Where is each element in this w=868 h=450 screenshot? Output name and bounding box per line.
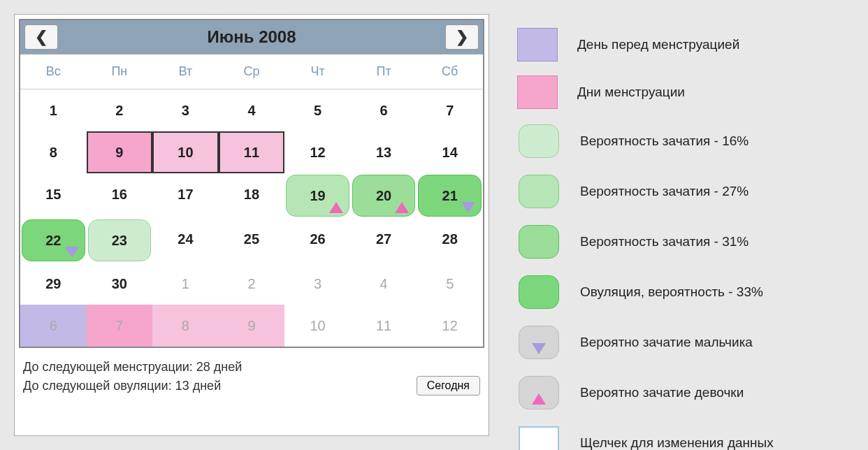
calendar-day[interactable]: 6: [351, 89, 417, 131]
day-number: 2: [247, 276, 255, 292]
legend-label: Вероятность зачатия - 31%: [580, 234, 748, 249]
calendar-day[interactable]: 3: [284, 263, 351, 305]
day-number: 10: [310, 318, 325, 334]
legend-row: День перед менструацией: [517, 28, 774, 61]
calendar-day[interactable]: 12: [417, 305, 483, 347]
legend-swatch: [519, 124, 559, 158]
day-number: 6: [50, 318, 57, 334]
calendar-day[interactable]: 10: [284, 305, 351, 347]
day-number: 8: [182, 318, 189, 334]
legend-row: Вероятность зачатия - 27%: [517, 173, 774, 210]
calendar-day[interactable]: 20: [352, 175, 416, 217]
calendar-day[interactable]: 5: [284, 89, 351, 131]
calendar-day[interactable]: 8: [152, 305, 219, 347]
calendar-day[interactable]: 7: [417, 89, 483, 131]
calendar-day[interactable]: 18: [219, 173, 285, 215]
day-number: 12: [310, 145, 325, 161]
boy-marker-icon: [461, 202, 475, 213]
calendar-day[interactable]: 24: [152, 218, 219, 260]
month-title: Июнь 2008: [207, 27, 296, 47]
day-number: 6: [380, 103, 388, 119]
calendar-day[interactable]: 30: [87, 263, 153, 305]
footer-info: До следующей менструации: 28 дней До сле…: [23, 358, 242, 395]
calendar-day[interactable]: 7: [87, 305, 153, 347]
calendar-day[interactable]: 6: [20, 305, 87, 347]
calendar-day[interactable]: 8: [20, 131, 87, 173]
calendar-day[interactable]: 1: [20, 89, 87, 131]
calendar-day[interactable]: 21: [418, 175, 482, 217]
girl-marker-icon: [329, 202, 343, 213]
day-number: 10: [178, 145, 193, 161]
next-month-button[interactable]: ❯: [445, 24, 479, 50]
legend-swatch: [519, 326, 559, 359]
day-number: 23: [112, 233, 127, 249]
legend-label: Овуляция, вероятность - 33%: [580, 284, 763, 300]
legend-swatch: [519, 175, 559, 208]
day-number: 7: [115, 318, 123, 334]
calendar-day[interactable]: 15: [20, 173, 87, 215]
next-ovulation-label: До следующей овуляции: 13 дней: [23, 377, 242, 395]
legend-row: Вероятно зачатие мальчика: [517, 324, 774, 361]
calendar-day[interactable]: 2: [219, 263, 285, 305]
calendar-header: ❮ Июнь 2008 ❯: [20, 20, 483, 55]
prev-month-button[interactable]: ❮: [24, 24, 58, 50]
day-number: 9: [115, 145, 123, 161]
day-number: 18: [244, 187, 259, 203]
day-number: 5: [314, 103, 321, 119]
legend-row: Дни менструации: [517, 75, 774, 109]
calendar-day[interactable]: 3: [152, 89, 219, 131]
day-number: 21: [442, 188, 458, 204]
calendar-day[interactable]: 19: [286, 175, 349, 217]
calendar-day[interactable]: 17: [152, 173, 219, 215]
legend-swatch: [519, 426, 559, 450]
legend-row: Вероятность зачатия - 31%: [517, 224, 774, 260]
day-number: 5: [446, 276, 454, 292]
legend-label: Дни менструации: [577, 85, 685, 100]
calendar-day[interactable]: 27: [351, 218, 417, 260]
legend-label: Щелчек для изменения данных: [580, 435, 774, 450]
day-number: 16: [112, 187, 127, 203]
calendar-grid: 1234567891011121314151617181920212223242…: [20, 89, 483, 347]
girl-marker-icon: [532, 393, 546, 405]
legend-row: Овуляция, вероятность - 33%: [517, 274, 774, 310]
calendar-day[interactable]: 1: [152, 263, 219, 305]
today-button[interactable]: Сегодня: [417, 376, 480, 395]
calendar-day[interactable]: 9: [219, 305, 285, 347]
day-number: 29: [45, 276, 61, 292]
calendar-day[interactable]: 23: [88, 219, 152, 261]
next-menstruation-label: До следующей менструации: 28 дней: [23, 358, 242, 377]
day-number: 14: [442, 145, 458, 161]
calendar-day[interactable]: 2: [87, 89, 153, 131]
legend-row: Щелчек для изменения данных: [517, 425, 774, 450]
calendar-day[interactable]: 5: [417, 263, 483, 305]
calendar-day[interactable]: 26: [284, 218, 351, 260]
calendar-day[interactable]: 11: [219, 131, 285, 173]
weekday-label: Пт: [351, 55, 417, 89]
calendar-day[interactable]: 16: [87, 173, 153, 215]
calendar-day[interactable]: 4: [351, 263, 417, 305]
boy-marker-icon: [532, 343, 546, 354]
calendar-panel: ❮ Июнь 2008 ❯ ВсПнВтСрЧтПтСб 12345678910…: [14, 14, 489, 436]
day-number: 26: [310, 231, 325, 247]
day-number: 4: [380, 276, 388, 292]
day-number: 27: [376, 231, 391, 247]
girl-marker-icon: [395, 202, 409, 213]
calendar-day[interactable]: 9: [87, 131, 153, 173]
legend-swatch: [519, 275, 559, 309]
calendar-day[interactable]: 4: [219, 89, 285, 131]
calendar-day[interactable]: 10: [152, 131, 219, 173]
chevron-right-icon: ❯: [456, 28, 468, 46]
legend-label: День перед менструацией: [577, 37, 739, 52]
day-number: 30: [112, 276, 127, 292]
day-number: 12: [442, 318, 458, 334]
calendar-day[interactable]: 13: [351, 131, 417, 173]
calendar-day[interactable]: 25: [219, 218, 285, 260]
calendar-day[interactable]: 14: [417, 131, 483, 173]
calendar-day[interactable]: 11: [351, 305, 417, 347]
day-number: 7: [446, 103, 454, 119]
calendar-day[interactable]: 29: [20, 263, 87, 305]
calendar-day[interactable]: 28: [417, 218, 483, 260]
calendar-day[interactable]: 12: [284, 131, 351, 173]
calendar-day[interactable]: 22: [22, 219, 85, 261]
day-number: 2: [115, 103, 123, 119]
